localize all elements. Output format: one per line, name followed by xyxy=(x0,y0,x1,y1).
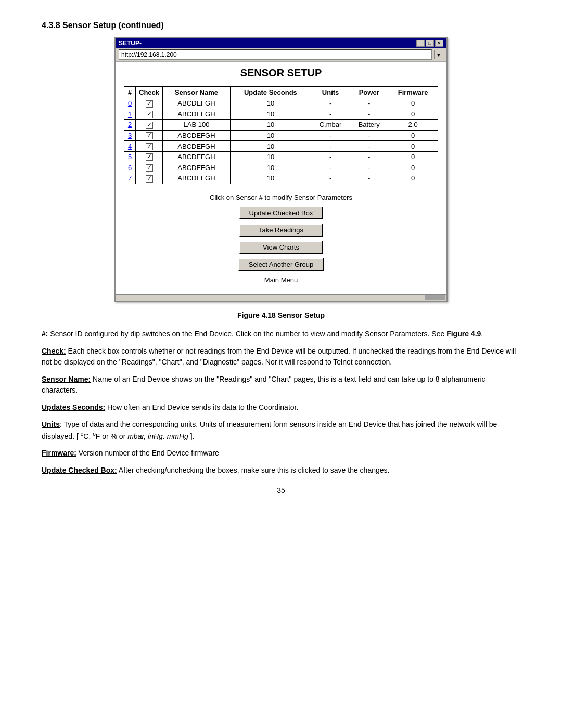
page-number: 35 xyxy=(42,486,520,495)
power-cell: - xyxy=(350,173,388,184)
check-cell[interactable] xyxy=(136,151,163,162)
main-menu-link[interactable]: Main Menu xyxy=(124,276,438,284)
check-cell[interactable] xyxy=(136,120,163,131)
select-another-group-button[interactable]: Select Another Group xyxy=(238,258,324,271)
power-cell: Battery xyxy=(350,120,388,131)
power-cell: - xyxy=(350,98,388,109)
desc-sensor-name: Sensor Name: Name of an End Device shows… xyxy=(42,374,520,396)
units-cell: C,mbar xyxy=(311,120,350,131)
firmware-cell: 0 xyxy=(388,109,438,120)
col-header-units: Units xyxy=(311,87,350,98)
desc-update-seconds: Updates Seconds: How often an End Device… xyxy=(42,402,520,413)
checkbox-checked-icon[interactable] xyxy=(146,153,153,161)
row-number[interactable]: 4 xyxy=(124,141,136,152)
figure-caption: Figure 4.18 Sensor Setup xyxy=(42,311,520,319)
row-number[interactable]: 2 xyxy=(124,120,136,131)
address-bar: ▼ xyxy=(116,48,446,62)
check-cell[interactable] xyxy=(136,173,163,184)
checkbox-checked-icon[interactable] xyxy=(146,132,153,139)
firmware-cell: 2.0 xyxy=(388,120,438,131)
desc-units: Units: Type of data and the correspondin… xyxy=(42,419,520,442)
table-row: 6ABCDEFGH10--0 xyxy=(124,162,438,173)
term-hash: #: xyxy=(42,330,48,338)
window-content: SENSOR SETUP # Check Sensor Name Update … xyxy=(116,62,446,294)
row-number[interactable]: 1 xyxy=(124,109,136,120)
action-area: Click on Sensor # to modify Sensor Param… xyxy=(124,191,438,286)
row-number[interactable]: 3 xyxy=(124,130,136,141)
desc-check: Check: Each check box controls whether o… xyxy=(42,346,520,368)
row-number[interactable]: 7 xyxy=(124,173,136,184)
maximize-button[interactable]: □ xyxy=(426,40,434,47)
update-seconds-cell: 10 xyxy=(230,162,311,173)
check-cell[interactable] xyxy=(136,109,163,120)
scrollbar[interactable] xyxy=(116,294,446,301)
checkbox-checked-icon[interactable] xyxy=(146,164,153,172)
address-input[interactable] xyxy=(119,49,432,60)
check-cell[interactable] xyxy=(136,162,163,173)
firmware-cell: 0 xyxy=(388,162,438,173)
units-cell: - xyxy=(311,109,350,120)
check-cell[interactable] xyxy=(136,130,163,141)
update-checked-box-button[interactable]: Update Checked Box xyxy=(239,206,324,219)
firmware-cell: 0 xyxy=(388,173,438,184)
update-seconds-cell: 10 xyxy=(230,98,311,109)
check-cell[interactable] xyxy=(136,141,163,152)
titlebar: SETUP- _ □ × xyxy=(116,38,446,48)
col-header-check: Check xyxy=(136,87,163,98)
window-title: SETUP- xyxy=(119,40,142,47)
view-charts-button[interactable]: View Charts xyxy=(239,241,323,254)
update-seconds-cell: 10 xyxy=(230,130,311,141)
units-cell: - xyxy=(311,173,350,184)
table-row: 4ABCDEFGH10--0 xyxy=(124,141,438,152)
table-row: 0ABCDEFGH10--0 xyxy=(124,98,438,109)
checkbox-checked-icon[interactable] xyxy=(146,122,153,129)
sensor-table: # Check Sensor Name Update Seconds Units… xyxy=(124,86,438,184)
take-readings-button[interactable]: Take Readings xyxy=(239,224,323,237)
row-number[interactable]: 5 xyxy=(124,151,136,162)
sensor-name-cell: ABCDEFGH xyxy=(163,151,231,162)
sensor-name-cell: LAB 100 xyxy=(163,120,231,131)
checkbox-checked-icon[interactable] xyxy=(146,100,153,108)
units-cell: - xyxy=(311,130,350,141)
term-update-checked-box: Update Checked Box: xyxy=(42,466,117,474)
update-seconds-cell: 10 xyxy=(230,151,311,162)
col-header-firmware: Firmware xyxy=(388,87,438,98)
row-number[interactable]: 6 xyxy=(124,162,136,173)
units-cell: - xyxy=(311,162,350,173)
address-dropdown[interactable]: ▼ xyxy=(434,50,443,59)
col-header-num: # xyxy=(124,87,136,98)
desc-firmware: Firmware: Version number of the End Devi… xyxy=(42,448,520,459)
check-cell[interactable] xyxy=(136,98,163,109)
firmware-cell: 0 xyxy=(388,98,438,109)
power-cell: - xyxy=(350,130,388,141)
titlebar-buttons: _ □ × xyxy=(416,40,443,47)
row-number[interactable]: 0 xyxy=(124,98,136,109)
sensor-name-cell: ABCDEFGH xyxy=(163,130,231,141)
table-row: 2LAB 10010C,mbarBattery2.0 xyxy=(124,120,438,131)
sensor-name-cell: ABCDEFGH xyxy=(163,109,231,120)
checkbox-checked-icon[interactable] xyxy=(146,175,153,183)
units-cell: - xyxy=(311,98,350,109)
power-cell: - xyxy=(350,141,388,152)
units-cell: - xyxy=(311,141,350,152)
desc-update-checked-box: Update Checked Box: After checking/unche… xyxy=(42,465,520,476)
close-button[interactable]: × xyxy=(435,40,443,47)
table-row: 5ABCDEFGH10--0 xyxy=(124,151,438,162)
checkbox-checked-icon[interactable] xyxy=(146,143,153,150)
col-header-name: Sensor Name xyxy=(163,87,231,98)
power-cell: - xyxy=(350,162,388,173)
sensor-name-cell: ABCDEFGH xyxy=(163,98,231,109)
desc-hash: #: Sensor ID configured by dip switches … xyxy=(42,329,520,340)
firmware-cell: 0 xyxy=(388,151,438,162)
instruction-text: Click on Sensor # to modify Sensor Param… xyxy=(124,193,438,201)
term-units: Units xyxy=(42,420,60,428)
checkbox-checked-icon[interactable] xyxy=(146,111,153,118)
power-cell: - xyxy=(350,109,388,120)
scroll-thumb[interactable] xyxy=(425,295,445,300)
table-row: 3ABCDEFGH10--0 xyxy=(124,130,438,141)
firmware-cell: 0 xyxy=(388,130,438,141)
table-row: 1ABCDEFGH10--0 xyxy=(124,109,438,120)
term-check: Check: xyxy=(42,347,66,355)
description-section: #: Sensor ID configured by dip switches … xyxy=(42,329,520,476)
minimize-button[interactable]: _ xyxy=(416,40,425,47)
